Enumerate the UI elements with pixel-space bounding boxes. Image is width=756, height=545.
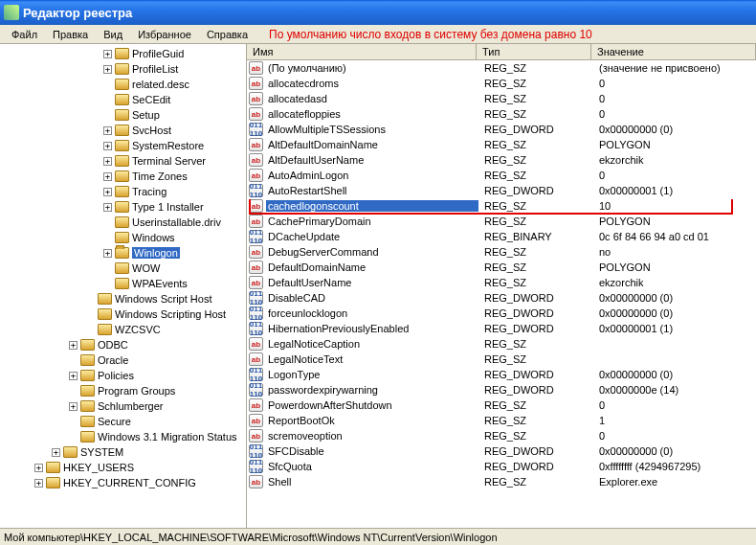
tree-node-setup[interactable]: +Setup bbox=[0, 107, 246, 123]
header-name[interactable]: Имя bbox=[247, 44, 477, 59]
tree-node-windows-script-host[interactable]: +Windows Script Host bbox=[0, 291, 246, 307]
value-row[interactable]: 011 110AutoRestartShellREG_DWORD0x000000… bbox=[247, 183, 756, 198]
value-row[interactable]: ab(По умолчанию)REG_SZ(значение не присв… bbox=[247, 60, 756, 76]
tree-node-profilelist[interactable]: +ProfileList bbox=[0, 61, 246, 77]
value-row[interactable]: aballocatefloppiesREG_SZ0 bbox=[247, 106, 756, 122]
expander-icon[interactable]: + bbox=[103, 172, 112, 181]
value-row[interactable]: abDefaultUserNameREG_SZekzorchik bbox=[247, 275, 756, 290]
tree-node-schlumberger[interactable]: +Schlumberger bbox=[0, 398, 246, 414]
tree-node-program-groups[interactable]: +Program Groups bbox=[0, 383, 246, 398]
expander-icon[interactable]: + bbox=[103, 65, 112, 74]
value-type: REG_DWORD bbox=[478, 461, 593, 472]
expander-icon[interactable]: + bbox=[103, 188, 112, 196]
expander-icon[interactable]: + bbox=[103, 157, 112, 166]
tree-node-time-zones[interactable]: +Time Zones bbox=[0, 169, 246, 184]
tree-node-wpaevents[interactable]: +WPAEvents bbox=[0, 276, 246, 291]
expander-icon[interactable]: + bbox=[103, 126, 112, 135]
tree-node-hkey-users[interactable]: +HKEY_USERS bbox=[0, 460, 246, 475]
value-type: REG_SZ bbox=[478, 261, 593, 273]
tree-node-tracing[interactable]: +Tracing bbox=[0, 184, 246, 199]
value-row[interactable]: abAltDefaultDomainNameREG_SZPOLYGON bbox=[247, 137, 756, 152]
value-row[interactable]: 011 110DCacheUpdateREG_BINARY0c 6f 84 66… bbox=[247, 229, 756, 244]
value-list[interactable]: Имя Тип Значение ab(По умолчанию)REG_SZ(… bbox=[247, 44, 756, 528]
value-row[interactable]: abCachePrimaryDomainREG_SZPOLYGON bbox=[247, 214, 756, 229]
tree-node-oracle[interactable]: +Oracle bbox=[0, 352, 246, 368]
expander-icon[interactable]: + bbox=[69, 341, 78, 350]
menu-help[interactable]: Справка bbox=[199, 27, 256, 42]
tree-node-profileguid[interactable]: +ProfileGuid bbox=[0, 46, 246, 61]
value-data: 0xffffffff (4294967295) bbox=[593, 461, 756, 472]
expander-icon[interactable]: + bbox=[69, 372, 78, 380]
expander-icon[interactable]: + bbox=[103, 249, 112, 258]
value-row[interactable]: abAltDefaultUserNameREG_SZekzorchik bbox=[247, 152, 756, 168]
menu-view[interactable]: Вид bbox=[96, 27, 130, 42]
value-row[interactable]: 011 110passwordexpirywarningREG_DWORD0x0… bbox=[247, 382, 756, 397]
tree-node-wow[interactable]: +WOW bbox=[0, 261, 246, 276]
string-value-icon: ab bbox=[249, 414, 263, 427]
tree-node-type-1-installer[interactable]: +Type 1 Installer bbox=[0, 199, 246, 215]
value-row[interactable]: 011 110AllowMultipleTSSessionsREG_DWORD0… bbox=[247, 122, 756, 137]
expander-icon[interactable]: + bbox=[34, 464, 43, 472]
binary-value-icon: 011 110 bbox=[249, 383, 263, 397]
value-row[interactable]: aballocatecdromsREG_SZ0 bbox=[247, 76, 756, 91]
string-value-icon: ab bbox=[249, 398, 263, 412]
tree-node-odbc[interactable]: +ODBC bbox=[0, 337, 246, 352]
value-row[interactable]: aballocatedasdREG_SZ0 bbox=[247, 91, 756, 106]
tree-node-userinstallable-driv[interactable]: +Userinstallable.driv bbox=[0, 215, 246, 230]
value-name: allocatefloppies bbox=[266, 108, 478, 120]
value-type: REG_DWORD bbox=[478, 384, 593, 396]
tree-label: SYSTEM bbox=[80, 446, 123, 458]
value-row[interactable]: abShellREG_SZExplorer.exe bbox=[247, 474, 756, 489]
value-row[interactable]: abReportBootOkREG_SZ1 bbox=[247, 413, 756, 428]
menu-edit[interactable]: Правка bbox=[45, 27, 96, 42]
tree-node-system[interactable]: +SYSTEM bbox=[0, 444, 246, 460]
header-value[interactable]: Значение bbox=[591, 44, 756, 59]
value-row[interactable]: abDebugServerCommandREG_SZno bbox=[247, 244, 756, 260]
value-data: ekzorchik bbox=[593, 277, 756, 288]
string-value-icon: ab bbox=[249, 199, 263, 213]
expander-icon[interactable]: + bbox=[103, 203, 112, 212]
tree-node-policies[interactable]: +Policies bbox=[0, 368, 246, 383]
tree-node-secedit[interactable]: +SeCEdit bbox=[0, 92, 246, 107]
header-type[interactable]: Тип bbox=[477, 44, 591, 59]
value-row[interactable]: 011 110DisableCADREG_DWORD0x00000000 (0) bbox=[247, 290, 756, 306]
value-row[interactable]: abPowerdownAfterShutdownREG_SZ0 bbox=[247, 397, 756, 413]
expander-icon[interactable]: + bbox=[103, 142, 112, 150]
value-row[interactable]: 011 110HibernationPreviouslyEnabledREG_D… bbox=[247, 321, 756, 336]
string-value-icon: ab bbox=[249, 107, 263, 121]
folder-icon bbox=[115, 109, 129, 121]
value-row[interactable]: 011 110forceunlocklogonREG_DWORD0x000000… bbox=[247, 306, 756, 321]
value-row[interactable]: abDefaultDomainNameREG_SZPOLYGON bbox=[247, 260, 756, 275]
expander-icon[interactable]: + bbox=[52, 448, 60, 457]
value-row[interactable]: abcachedlogonscountREG_SZ10 bbox=[247, 198, 756, 214]
tree-node-wzcsvc[interactable]: +WZCSVC bbox=[0, 322, 246, 337]
value-row[interactable]: 011 110SfcQuotaREG_DWORD0xffffffff (4294… bbox=[247, 459, 756, 474]
menu-favorites[interactable]: Избранное bbox=[130, 27, 199, 42]
value-name: LegalNoticeCaption bbox=[266, 338, 478, 350]
tree-node-systemrestore[interactable]: +SystemRestore bbox=[0, 138, 246, 153]
value-row[interactable]: abAutoAdminLogonREG_SZ0 bbox=[247, 168, 756, 183]
value-row[interactable]: 011 110SFCDisableREG_DWORD0x00000000 (0) bbox=[247, 443, 756, 459]
tree-node-winlogon[interactable]: +Winlogon bbox=[0, 245, 246, 261]
value-type: REG_BINARY bbox=[478, 231, 593, 242]
tree-node-related-desc[interactable]: +related.desc bbox=[0, 77, 246, 92]
menu-file[interactable]: Файл bbox=[4, 27, 45, 42]
value-row[interactable]: 011 110LogonTypeREG_DWORD0x00000000 (0) bbox=[247, 367, 756, 382]
tree-node-windows-scripting-host[interactable]: +Windows Scripting Host bbox=[0, 307, 246, 322]
expander-icon[interactable]: + bbox=[103, 50, 112, 58]
tree-node-svchost[interactable]: +SvcHost bbox=[0, 123, 246, 138]
titlebar[interactable]: Редактор реестра bbox=[0, 0, 756, 25]
tree-node-windows-3-1-migration-status[interactable]: +Windows 3.1 Migration Status bbox=[0, 429, 246, 444]
tree-node-secure[interactable]: +Secure bbox=[0, 414, 246, 429]
value-type: REG_SZ bbox=[478, 154, 593, 166]
value-row[interactable]: abscremoveoptionREG_SZ0 bbox=[247, 428, 756, 443]
registry-tree[interactable]: +ProfileGuid+ProfileList+related.desc+Se… bbox=[0, 44, 247, 528]
expander-icon[interactable]: + bbox=[69, 402, 78, 411]
folder-icon bbox=[115, 79, 129, 90]
tree-node-hkey-current-config[interactable]: +HKEY_CURRENT_CONFIG bbox=[0, 475, 246, 490]
value-row[interactable]: abLegalNoticeCaptionREG_SZ bbox=[247, 336, 756, 352]
tree-node-terminal-server[interactable]: +Terminal Server bbox=[0, 153, 246, 169]
tree-node-windows[interactable]: +Windows bbox=[0, 230, 246, 245]
expander-icon[interactable]: + bbox=[34, 479, 43, 488]
value-row[interactable]: abLegalNoticeTextREG_SZ bbox=[247, 352, 756, 367]
